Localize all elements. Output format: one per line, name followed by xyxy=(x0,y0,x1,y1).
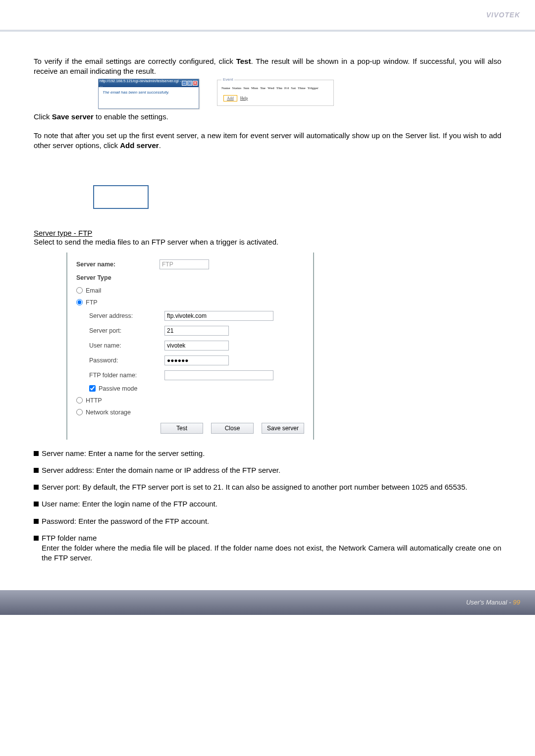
header-bar: VIVOTEK xyxy=(0,0,535,30)
http-radio-row: HTTP xyxy=(76,397,304,404)
email-radio-row: Email xyxy=(76,287,304,294)
col-thu: Thu xyxy=(276,86,282,90)
close-button[interactable]: Close xyxy=(211,423,254,434)
text: to enable the settings. xyxy=(94,112,168,121)
bullet-head: FTP folder name xyxy=(42,534,97,542)
maximize-icon: ▢ xyxy=(187,81,192,86)
add-server-word: Add server xyxy=(120,141,159,150)
passive-mode-label: Passive mode xyxy=(99,385,138,392)
server-type-group-heading: Server Type xyxy=(76,274,304,281)
email-radio-label: Email xyxy=(86,287,101,294)
popup-url: http://192.168.5.121/cgi-bin/admin/tests… xyxy=(100,79,182,88)
http-radio-label: HTTP xyxy=(86,397,102,404)
bullet-text: User name: Enter the login name of the F… xyxy=(42,499,501,509)
page-number: 99 xyxy=(513,599,520,606)
server-port-label: Server port: xyxy=(89,327,164,334)
bullet-text: Server name: Enter a name for the server… xyxy=(42,449,501,458)
netstorage-radio-row: Network storage xyxy=(76,409,304,416)
form-buttons-row: Test Close Save server xyxy=(160,423,304,434)
col-status: Status xyxy=(232,86,242,90)
netstorage-radio-label: Network storage xyxy=(86,409,131,416)
col-fri: Fri xyxy=(284,86,289,90)
window-buttons: – ▢ ✕ xyxy=(182,81,198,86)
password-input[interactable] xyxy=(164,355,229,365)
section-heading-ftp: Server type - FTP xyxy=(34,229,501,237)
server-name-input[interactable] xyxy=(160,259,209,269)
brand-label: VIVOTEK xyxy=(486,11,520,19)
event-legend: Event xyxy=(221,77,234,82)
bullet-text: Password: Enter the password of the FTP … xyxy=(42,516,501,526)
bullet-user-name: User name: Enter the login name of the F… xyxy=(34,499,501,509)
text: To note that after you set up the first … xyxy=(34,131,501,150)
bullet-body: Enter the folder where the media file wi… xyxy=(42,543,501,563)
server-port-input[interactable] xyxy=(164,326,229,336)
col-time: Time xyxy=(298,86,305,90)
minimize-icon: – xyxy=(182,81,187,86)
col-name: Name xyxy=(221,86,230,90)
footer-label: User's Manual - xyxy=(466,599,511,606)
text: To verify if the email settings are corr… xyxy=(34,57,236,65)
col-wed: Wed xyxy=(268,86,274,90)
bullet-server-name: Server name: Enter a name for the server… xyxy=(34,449,501,458)
ftp-radio[interactable] xyxy=(76,299,83,305)
bullet-icon xyxy=(34,502,39,506)
ftp-description: Select to send the media files to an FTP… xyxy=(34,237,501,247)
bullet-password: Password: Enter the password of the FTP … xyxy=(34,516,501,526)
bullet-server-address: Server address: Enter the domain name or… xyxy=(34,465,501,475)
ftp-folder-row: FTP folder name: xyxy=(89,370,304,380)
col-mon: Mon xyxy=(251,86,258,90)
test-button[interactable]: Test xyxy=(160,423,203,434)
bullet-icon xyxy=(34,536,39,541)
blank-box-illustration xyxy=(93,185,149,209)
http-radio[interactable] xyxy=(76,397,83,403)
close-icon: ✕ xyxy=(193,81,198,86)
text: Click xyxy=(34,112,52,121)
popup-titlebar: http://192.168.5.121/cgi-bin/admin/tests… xyxy=(99,79,199,87)
popup-window-illustration: http://192.168.5.121/cgi-bin/admin/tests… xyxy=(98,79,199,109)
event-panel-illustration: Event Name Status Sun Mon Tue Wed Thu Fr… xyxy=(217,80,334,106)
ftp-folder-input[interactable] xyxy=(164,370,273,380)
email-radio[interactable] xyxy=(76,287,83,294)
paragraph-save: Click Save server to enable the settings… xyxy=(34,112,501,122)
user-name-input[interactable] xyxy=(164,341,229,351)
passive-mode-checkbox[interactable] xyxy=(89,385,96,392)
paragraph-verify: To verify if the email settings are corr… xyxy=(34,56,501,77)
ftp-form: Server name: Server Type Email FTP Serve… xyxy=(66,252,314,440)
bullet-icon xyxy=(34,451,39,456)
bullet-ftp-folder: FTP folder name Enter the folder where t… xyxy=(34,533,501,563)
bullet-text: Server port: By default, the FTP server … xyxy=(42,482,501,492)
text: . xyxy=(159,141,161,150)
bullet-icon xyxy=(34,468,39,473)
event-column-headers: Name Status Sun Mon Tue Wed Thu Fri Sat … xyxy=(221,86,330,90)
illustration-row: http://192.168.5.121/cgi-bin/admin/tests… xyxy=(98,79,501,109)
server-type-ftp-heading: Server type - FTP xyxy=(34,229,92,237)
col-tue: Tue xyxy=(260,86,266,90)
save-server-word: Save server xyxy=(52,112,94,121)
ftp-fields: Server address: Server port: User name: … xyxy=(89,311,304,392)
ftp-folder-label: FTP folder name: xyxy=(89,372,164,379)
netstorage-radio[interactable] xyxy=(76,409,83,415)
help-link[interactable]: Help xyxy=(240,96,248,101)
user-name-label: User name: xyxy=(89,342,164,349)
event-footer: Add Help xyxy=(223,95,330,101)
ftp-radio-row: FTP xyxy=(76,299,304,306)
server-name-label: Server name: xyxy=(76,261,160,268)
user-name-row: User name: xyxy=(89,341,304,351)
bullet-text: FTP folder name Enter the folder where t… xyxy=(42,533,501,563)
bullet-server-port: Server port: By default, the FTP server … xyxy=(34,482,501,492)
server-address-row: Server address: xyxy=(89,311,304,321)
server-address-label: Server address: xyxy=(89,312,164,319)
bullet-icon xyxy=(34,519,39,524)
col-sun: Sun xyxy=(243,86,249,90)
ftp-radio-label: FTP xyxy=(86,299,98,306)
add-button[interactable]: Add xyxy=(223,95,237,101)
test-word: Test xyxy=(236,57,251,65)
server-name-row: Server name: xyxy=(76,259,304,269)
save-server-button[interactable]: Save server xyxy=(262,423,304,434)
password-row: Password: xyxy=(89,355,304,365)
col-trigger: Trigger xyxy=(308,86,319,90)
bullet-icon xyxy=(34,485,39,490)
bullet-text: Server address: Enter the domain name or… xyxy=(42,465,501,475)
password-label: Password: xyxy=(89,357,164,364)
server-address-input[interactable] xyxy=(164,311,273,321)
